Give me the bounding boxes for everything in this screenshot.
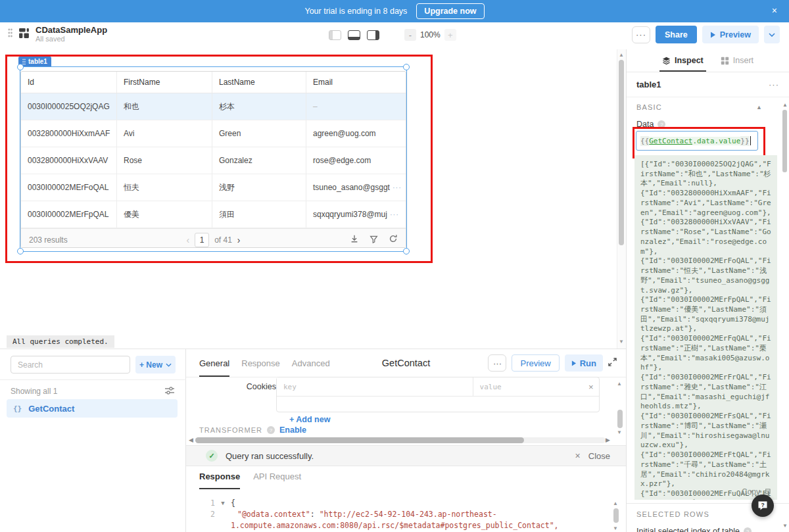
scroll-down-icon[interactable]: ▼ bbox=[782, 523, 788, 529]
app-name: CDataSampleApp bbox=[36, 25, 107, 35]
preview-dropdown-button[interactable] bbox=[764, 26, 780, 43]
tab-inspect[interactable]: Inspect bbox=[662, 49, 704, 72]
data-binding-input[interactable]: {{GetContact.data.value}} bbox=[636, 131, 758, 151]
component-more-icon[interactable]: ··· bbox=[769, 80, 779, 89]
tab-response[interactable]: Response bbox=[241, 349, 280, 377]
share-button[interactable]: Share bbox=[656, 26, 697, 43]
column-header[interactable]: FirstName bbox=[117, 72, 212, 93]
column-header[interactable]: Id bbox=[21, 72, 117, 93]
response-code-view[interactable]: 1 ▼ { 2 "@odata.context": "http://ec2-54… bbox=[186, 498, 607, 531]
cell-firstname: Avi bbox=[117, 120, 212, 147]
table-widget[interactable]: Id FirstName LastName Email 0030I000025O… bbox=[20, 71, 406, 248]
trial-banner: Your trial is ending in 8 days Upgrade n… bbox=[0, 0, 789, 22]
add-new-link[interactable]: + Add new bbox=[289, 415, 330, 424]
upgrade-now-button[interactable]: Upgrade now bbox=[416, 3, 484, 19]
app-icon bbox=[18, 27, 30, 42]
page-prev-icon[interactable]: ‹ bbox=[186, 235, 189, 245]
column-header[interactable]: Email bbox=[306, 72, 406, 93]
zoom-in-button[interactable]: + bbox=[444, 29, 456, 41]
query-search-input[interactable] bbox=[11, 356, 130, 374]
expand-icon[interactable] bbox=[608, 357, 617, 369]
resize-handle[interactable] bbox=[403, 248, 410, 254]
scroll-down-icon[interactable]: ▼ bbox=[613, 525, 618, 531]
cookie-value-input[interactable] bbox=[473, 377, 583, 396]
resize-handle[interactable] bbox=[17, 248, 24, 254]
new-query-button[interactable]: + New bbox=[135, 356, 176, 374]
toggle-right-panel-icon[interactable] bbox=[367, 30, 379, 40]
close-label[interactable]: Close bbox=[588, 451, 610, 461]
save-status: All saved bbox=[36, 35, 107, 43]
cookie-key-input[interactable] bbox=[277, 377, 473, 396]
refresh-icon[interactable] bbox=[389, 234, 398, 245]
horizontal-scrollbar[interactable]: ◀ ▶ bbox=[186, 436, 626, 445]
basic-section-header[interactable]: BASIC ▲ bbox=[627, 97, 789, 117]
filter-icon[interactable] bbox=[370, 235, 378, 245]
resize-handle[interactable] bbox=[403, 64, 410, 70]
collapse-icon[interactable]: ▲ bbox=[756, 104, 762, 110]
data-label: Data bbox=[636, 120, 654, 129]
selected-rows-section-label: SELECTED ROWS bbox=[636, 510, 709, 518]
zoom-level[interactable]: 100% bbox=[420, 30, 441, 39]
query-list-item-getcontact[interactable]: {} GetContact bbox=[7, 399, 178, 418]
code-text: 1.compute.amazonaws.com:8080/api.rsc/$me… bbox=[231, 520, 559, 531]
widget-selection-outline: Id FirstName LastName Email 0030I000025O… bbox=[20, 66, 407, 252]
scroll-thumb[interactable] bbox=[613, 508, 619, 523]
table-row[interactable]: 0030I00002MErFpQAL 優美 須田 sqxqqryumi378@m… bbox=[21, 201, 406, 228]
tab-general[interactable]: General bbox=[199, 349, 229, 377]
widget-tag-label: table1 bbox=[28, 58, 47, 65]
scroll-right-icon[interactable]: ▶ bbox=[606, 437, 610, 443]
help-button[interactable]: ? bbox=[752, 495, 774, 517]
download-icon[interactable] bbox=[350, 234, 359, 245]
table-row[interactable]: 0030I00002MErFoQAL 恒夫 浅野 tsuneo_asano@gs… bbox=[21, 174, 406, 201]
query-filter-icon[interactable] bbox=[164, 385, 175, 399]
fold-icon[interactable]: ▼ bbox=[215, 498, 231, 509]
query-preview-button[interactable]: Preview bbox=[512, 354, 559, 372]
editor-canvas[interactable]: table1 Id FirstName LastName Email 0030I… bbox=[0, 49, 626, 349]
transformer-enable-link[interactable]: Enable bbox=[279, 425, 306, 435]
tab-response-result[interactable]: Response bbox=[199, 472, 240, 489]
scroll-up-icon[interactable]: ▲ bbox=[782, 102, 788, 108]
canvas-scrollbar[interactable]: ▲ ▼ bbox=[617, 49, 626, 349]
close-icon[interactable]: × bbox=[575, 450, 581, 461]
banner-close-icon[interactable]: × bbox=[772, 5, 777, 16]
scroll-up-icon[interactable]: ▲ bbox=[613, 500, 618, 506]
table-row[interactable]: 0032800000HiXxmAAF Avi Green agreen@uog.… bbox=[21, 120, 406, 147]
cell-lastname: Gonzalez bbox=[212, 147, 306, 174]
zoom-out-button[interactable]: - bbox=[404, 29, 416, 41]
scroll-down-icon[interactable]: ▼ bbox=[617, 429, 622, 435]
tab-advanced[interactable]: Advanced bbox=[292, 349, 330, 377]
query-run-button[interactable]: Run bbox=[565, 354, 603, 372]
toolbar-more-button[interactable]: ··· bbox=[632, 26, 650, 43]
resize-handle[interactable] bbox=[17, 64, 24, 70]
scroll-down-icon[interactable]: ▼ bbox=[619, 339, 624, 345]
scroll-thumb[interactable] bbox=[617, 410, 623, 428]
query-more-button[interactable]: ··· bbox=[488, 354, 506, 372]
cell-id: 0032800000HiXxVAAV bbox=[21, 147, 117, 174]
divider bbox=[0, 379, 186, 380]
scroll-thumb[interactable] bbox=[619, 60, 624, 245]
scroll-left-icon[interactable]: ◀ bbox=[189, 437, 193, 443]
page-next-icon[interactable]: › bbox=[237, 235, 241, 245]
preview-button[interactable]: Preview bbox=[702, 26, 759, 43]
tab-api-request[interactable]: API Request bbox=[253, 472, 301, 489]
cell-email: tsuneo_asano@gsggt··· bbox=[306, 174, 406, 201]
tab-insert[interactable]: Insert bbox=[721, 49, 753, 72]
overflow-icon: ··· bbox=[390, 210, 399, 218]
cell-id: 0030I00002MErFpQAL bbox=[21, 201, 117, 228]
scroll-thumb[interactable] bbox=[782, 110, 787, 172]
page-number-input[interactable]: 1 bbox=[195, 233, 209, 247]
app-toolbar: CDataSampleApp All saved - 100% + ··· Sh… bbox=[0, 22, 789, 50]
table-row[interactable]: 0030I000025OQ2jQAG 和也 杉本 – bbox=[21, 93, 406, 120]
drag-handle-icon[interactable] bbox=[8, 27, 12, 41]
transformer-label: TRANSFORMER bbox=[199, 426, 262, 434]
toggle-bottom-panel-icon[interactable] bbox=[348, 30, 360, 40]
table-row[interactable]: 0032800000HiXxVAAV Rose Gonzalez rose@ed… bbox=[21, 147, 406, 174]
cell-email: sqxqqryumi378@muj··· bbox=[306, 201, 406, 228]
scroll-thumb[interactable] bbox=[195, 437, 524, 443]
scroll-up-icon[interactable]: ▲ bbox=[619, 52, 624, 58]
toggle-left-panel-icon[interactable] bbox=[329, 30, 341, 40]
widget-tag[interactable]: table1 bbox=[18, 57, 51, 66]
remove-row-icon[interactable]: × bbox=[583, 382, 599, 392]
scroll-up-icon[interactable]: ▲ bbox=[617, 381, 622, 387]
column-header[interactable]: LastName bbox=[212, 72, 306, 93]
